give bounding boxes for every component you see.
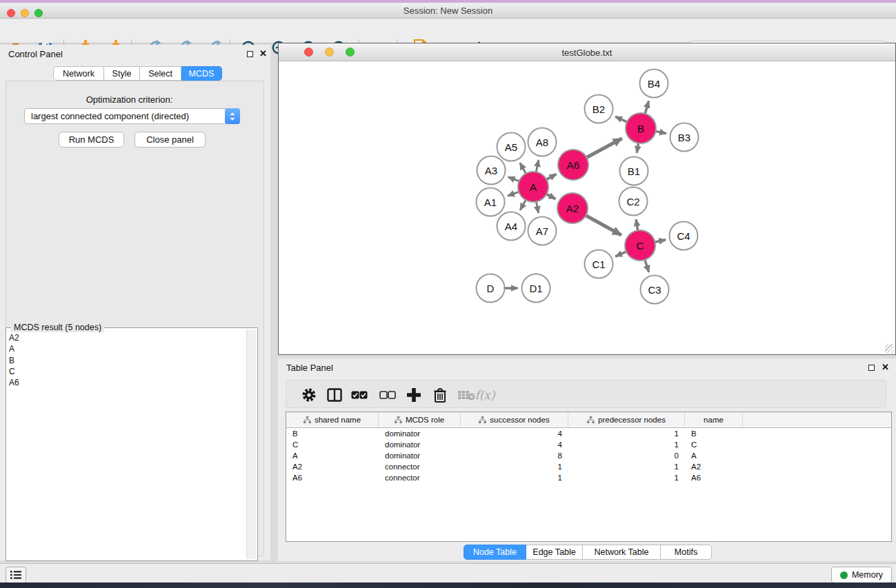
graph-node-A[interactable]: A (518, 172, 548, 202)
graph-node-A8[interactable]: A8 (528, 128, 557, 156)
graph-node-C1[interactable]: C1 (585, 250, 613, 278)
control-panel: Control Panel ✕ NetworkStyleSelectMCDS O… (0, 45, 270, 560)
graph-node-B4[interactable]: B4 (640, 70, 668, 98)
column-header-name[interactable]: name (685, 412, 743, 427)
hierarchy-icon (395, 416, 402, 423)
tab-style[interactable]: Style (104, 66, 140, 81)
table-cell: dominator (379, 452, 461, 460)
table-row[interactable]: Bdominator41B (286, 428, 891, 439)
network-window-titlebar[interactable]: testGlobe.txt (279, 43, 895, 61)
graph-node-A7[interactable]: A7 (528, 217, 557, 245)
add-row-plus-icon[interactable] (404, 385, 424, 405)
column-header-MCDS-role[interactable]: MCDS role (379, 412, 461, 427)
table-panel: Table Panel ✕ f(x) shared nameMCDS roles… (278, 358, 896, 561)
svg-text:A7: A7 (536, 225, 548, 237)
hierarchy-icon (587, 416, 595, 423)
table-cell: B (286, 429, 379, 438)
select-all-checkboxes-icon[interactable] (350, 385, 369, 405)
table-cell: A (685, 452, 743, 460)
table-cell: connector (379, 463, 461, 471)
graph-node-B3[interactable]: B3 (670, 123, 699, 152)
tab-node-table[interactable]: Node Table (464, 545, 526, 560)
table-cell: A2 (286, 463, 379, 471)
mcds-result-box: MCDS result (5 nodes) A2ABCA6 (6, 327, 258, 561)
graph-node-B[interactable]: B (626, 113, 656, 143)
table-cell: 1 (461, 463, 568, 471)
mcds-result-item[interactable]: A2 (9, 332, 19, 343)
tab-network[interactable]: Network (53, 66, 104, 81)
hierarchy-icon (303, 416, 311, 423)
column-header-filler (743, 412, 891, 427)
table-row[interactable]: A2connector11A2 (286, 461, 891, 472)
task-history-button[interactable] (6, 567, 26, 583)
split-columns-icon[interactable] (325, 385, 344, 405)
tab-mcds[interactable]: MCDS (181, 66, 222, 81)
table-cell: 0 (568, 452, 685, 460)
graph-nodes[interactable]: B4B2BB3A8A5A6A3B1AA1C2A2A4A7C4CC1C3DD1 (477, 70, 699, 304)
float-panel-icon[interactable] (247, 51, 253, 57)
graph-node-B2[interactable]: B2 (585, 95, 613, 123)
graph-node-B1[interactable]: B1 (620, 157, 648, 185)
tab-edge-table[interactable]: Edge Table (526, 545, 583, 560)
table-cell: A6 (286, 474, 379, 482)
criterion-select[interactable]: largest connected component (directed) (24, 108, 240, 124)
mcds-result-item[interactable]: C (9, 366, 19, 377)
table-cell: dominator (379, 440, 461, 449)
mcds-result-item[interactable]: A6 (9, 377, 19, 388)
float-panel-icon[interactable] (868, 365, 875, 371)
table-row[interactable]: Adominator80A (286, 450, 891, 461)
svg-text:A8: A8 (536, 136, 548, 148)
control-panel-title: Control Panel (8, 49, 63, 59)
svg-text:D: D (487, 283, 495, 294)
table-settings-gear-icon[interactable] (299, 385, 319, 405)
table-cell: A2 (685, 463, 743, 471)
column-header-successor-nodes[interactable]: successor nodes (461, 412, 568, 427)
table-row[interactable]: A6connector11A6 (286, 472, 891, 483)
list-icon (10, 570, 21, 580)
graph-node-D[interactable]: D (477, 274, 505, 303)
table-cell: 4 (461, 440, 568, 449)
mcds-result-item[interactable]: A (9, 343, 19, 354)
mcds-result-item[interactable]: B (9, 355, 19, 366)
column-header-predecessor-nodes[interactable]: predecessor nodes (568, 412, 685, 427)
table-row[interactable]: Cdominator41C (286, 439, 891, 450)
column-header-shared-name[interactable]: shared name (286, 412, 379, 427)
svg-text:C4: C4 (677, 230, 690, 242)
control-panel-tabs: NetworkStyleSelectMCDS (53, 66, 222, 81)
deselect-all-checkboxes-icon[interactable] (378, 385, 397, 405)
graph-node-A1[interactable]: A1 (477, 188, 505, 216)
function-builder-button[interactable]: f(x) (475, 385, 495, 405)
graph-node-A4[interactable]: A4 (497, 212, 526, 241)
window-resize-handle[interactable] (885, 344, 894, 353)
network-graph-canvas[interactable]: B4B2BB3A8A5A6A3B1AA1C2A2A4A7C4CC1C3DD1 (279, 62, 895, 354)
graph-node-A5[interactable]: A5 (497, 133, 526, 161)
graph-node-A6[interactable]: A6 (558, 150, 588, 180)
table-toolbar: f(x) (286, 380, 886, 408)
mcds-result-list: A2ABCA6 (9, 332, 19, 388)
graph-node-C3[interactable]: C3 (641, 276, 669, 304)
close-panel-button[interactable]: Close panel (135, 132, 206, 148)
select-stepper-icon[interactable] (225, 108, 240, 124)
memory-button[interactable]: Memory (831, 567, 892, 583)
desktop-strip-bottom (0, 582, 896, 588)
delete-row-trash-icon[interactable] (430, 385, 450, 405)
graph-node-D1[interactable]: D1 (522, 274, 550, 303)
table-panel-title: Table Panel (286, 363, 333, 373)
svg-text:A4: A4 (505, 221, 517, 232)
table-cell: 1 (568, 440, 685, 449)
graph-node-A2[interactable]: A2 (557, 193, 588, 223)
svg-text:B4: B4 (648, 78, 660, 90)
delete-table-icon[interactable] (457, 385, 476, 405)
graph-node-C2[interactable]: C2 (619, 187, 648, 216)
node-table[interactable]: shared nameMCDS rolesuccessor nodesprede… (286, 412, 892, 542)
run-mcds-button[interactable]: Run MCDS (59, 132, 124, 148)
graph-node-A3[interactable]: A3 (477, 156, 506, 185)
graph-node-C4[interactable]: C4 (670, 222, 698, 250)
close-panel-icon[interactable]: ✕ (882, 364, 889, 370)
mcds-result-scrollbar[interactable] (246, 330, 256, 559)
tab-motifs[interactable]: Motifs (661, 545, 712, 560)
tab-select[interactable]: Select (140, 66, 181, 81)
close-panel-icon[interactable]: ✕ (259, 50, 267, 57)
tab-network-table[interactable]: Network Table (583, 545, 661, 560)
graph-node-C[interactable]: C (625, 230, 655, 261)
